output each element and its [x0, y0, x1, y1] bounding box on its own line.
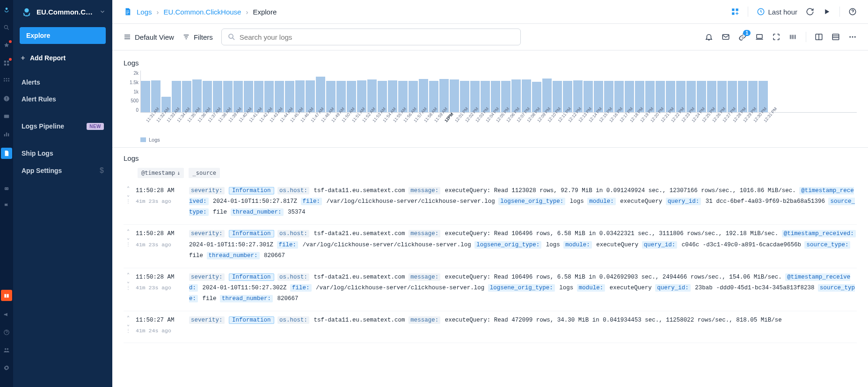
source-cell: severity: Information os.host: tsf-data2…	[189, 272, 857, 304]
grid-icon[interactable]	[2, 77, 11, 85]
gift-icon[interactable]	[1, 290, 12, 301]
logo-icon[interactable]	[2, 6, 11, 14]
nav-alert-rules[interactable]: Alert Rules	[13, 91, 112, 108]
expand-down-icon[interactable]: ⌄	[127, 236, 130, 241]
svg-rect-37	[790, 35, 791, 39]
nav-alerts[interactable]: Alerts	[13, 74, 112, 91]
search-input[interactable]	[240, 33, 515, 41]
top-bar: Logs › EU.Common.ClickHouse › Explore La…	[112, 0, 868, 24]
nav-logs-pipeline[interactable]: Logs Pipeline NEW	[13, 118, 112, 135]
dashboard-icon[interactable]	[2, 59, 11, 67]
list-view-icon[interactable]	[832, 33, 840, 41]
time-range-selector[interactable]: Last hour	[757, 7, 797, 16]
log-row[interactable]: ⌃⌄⋮11:50:28 AM41m 23s agoseverity: Infor…	[124, 225, 857, 268]
svg-rect-36	[757, 35, 762, 38]
main-content: Logs › EU.Common.ClickHouse › Explore La…	[112, 0, 868, 387]
chart-bars[interactable]	[140, 71, 857, 113]
breadcrumb-logs[interactable]: Logs	[137, 8, 152, 16]
svg-rect-40	[794, 35, 795, 39]
chevron-down-icon[interactable]	[99, 8, 106, 15]
sub-toolbar: Default View Filters 1	[112, 24, 868, 50]
expand-up-icon[interactable]: ⌃	[127, 273, 130, 278]
expand-up-icon[interactable]: ⌃	[127, 316, 130, 321]
log-row[interactable]: ⌃⌄⋮11:50:28 AM41m 23s agoseverity: Infor…	[124, 182, 857, 225]
expand-icon[interactable]	[772, 33, 780, 41]
mail-icon[interactable]	[722, 33, 730, 41]
explore-button[interactable]: Explore	[20, 27, 106, 44]
gear-icon[interactable]	[2, 364, 11, 372]
split-view-icon[interactable]	[815, 33, 823, 41]
sidebar: EU.Common.Click... Explore Add Report Al…	[13, 0, 112, 387]
expand-up-icon[interactable]: ⌃	[127, 229, 130, 234]
breadcrumb: Logs › EU.Common.ClickHouse › Explore	[124, 7, 277, 16]
apps-icon[interactable]	[731, 7, 739, 16]
flag-icon[interactable]	[2, 202, 11, 210]
document-icon	[124, 7, 132, 16]
bell-icon[interactable]	[705, 33, 713, 41]
nav-ship-logs[interactable]: Ship Logs	[13, 145, 112, 162]
barcode-icon[interactable]	[789, 33, 797, 41]
svg-rect-24	[6, 294, 7, 298]
robot-icon[interactable]	[2, 184, 11, 193]
svg-point-1	[4, 25, 7, 29]
svg-rect-13	[6, 97, 7, 100]
dollar-icon: $	[100, 166, 104, 175]
breadcrumb-app[interactable]: EU.Common.ClickHouse	[164, 8, 241, 16]
row-menu-icon[interactable]: ⋮	[126, 286, 131, 291]
chart-bar[interactable]	[141, 81, 150, 113]
help-icon[interactable]	[2, 328, 11, 337]
svg-rect-6	[4, 78, 5, 79]
more-icon[interactable]	[848, 33, 857, 41]
col-timestamp[interactable]: @timestamp ↓	[138, 168, 184, 178]
expand-up-icon[interactable]: ⌃	[127, 186, 130, 191]
svg-rect-11	[8, 80, 9, 81]
help-circle-icon[interactable]	[848, 7, 857, 16]
rocket-icon[interactable]	[2, 41, 11, 50]
expand-down-icon[interactable]: ⌄	[127, 322, 130, 327]
logs-icon[interactable]	[1, 148, 12, 159]
svg-point-45	[852, 36, 853, 38]
default-view-button[interactable]: Default View	[124, 33, 174, 41]
svg-rect-17	[6, 133, 7, 136]
card-icon[interactable]	[2, 112, 11, 121]
row-menu-icon[interactable]: ⋮	[126, 329, 131, 334]
add-report-label: Add Report	[30, 54, 66, 62]
logs-columns: @timestamp ↓ _source	[124, 168, 857, 178]
refresh-icon[interactable]	[806, 7, 814, 16]
log-row[interactable]: ⌃⌄⋮11:50:27 AM41m 24s agoseverity: Infor…	[124, 311, 857, 343]
filters-button[interactable]: Filters	[182, 33, 213, 41]
add-report-button[interactable]: Add Report	[20, 51, 106, 64]
nav-app-settings[interactable]: App Settings $	[13, 162, 112, 179]
chart-bar[interactable]	[450, 79, 459, 112]
source-cell: severity: Information os.host: tsf-data2…	[189, 229, 857, 261]
bars-icon[interactable]	[2, 130, 11, 138]
search-box[interactable]	[221, 29, 521, 45]
timestamp-cell: 11:50:28 AM41m 23s ago	[133, 186, 189, 218]
breadcrumb-current: Explore	[253, 8, 277, 16]
svg-rect-7	[6, 78, 7, 79]
svg-rect-9	[4, 80, 5, 81]
row-menu-icon[interactable]: ⋮	[126, 243, 131, 247]
svg-rect-4	[4, 64, 6, 65]
logs-panel: Logs @timestamp ↓ _source ⌃⌄⋮11:50:28 AM…	[112, 147, 868, 350]
sub-toolbar-right: 1	[705, 32, 857, 42]
svg-point-28	[24, 8, 29, 13]
svg-rect-2	[4, 61, 6, 63]
row-menu-icon[interactable]: ⋮	[126, 200, 131, 204]
laptop-icon[interactable]	[755, 33, 764, 41]
play-icon[interactable]	[823, 7, 831, 16]
log-row[interactable]: ⌃⌄⋮11:50:28 AM41m 23s agoseverity: Infor…	[124, 268, 857, 311]
expand-down-icon[interactable]: ⌄	[127, 280, 130, 284]
link-icon[interactable]: 1	[738, 33, 747, 41]
col-source[interactable]: _source	[189, 168, 220, 178]
top-bar-right: Last hour	[731, 7, 857, 17]
users-icon[interactable]	[2, 346, 11, 354]
alert-icon[interactable]	[2, 94, 11, 103]
search-icon[interactable]	[2, 23, 11, 32]
svg-point-27	[7, 348, 8, 350]
svg-rect-19	[5, 187, 8, 190]
expand-down-icon[interactable]: ⌄	[127, 193, 130, 198]
megaphone-icon[interactable]	[2, 310, 11, 319]
icon-rail	[0, 0, 13, 387]
sidebar-header[interactable]: EU.Common.Click...	[13, 0, 112, 23]
